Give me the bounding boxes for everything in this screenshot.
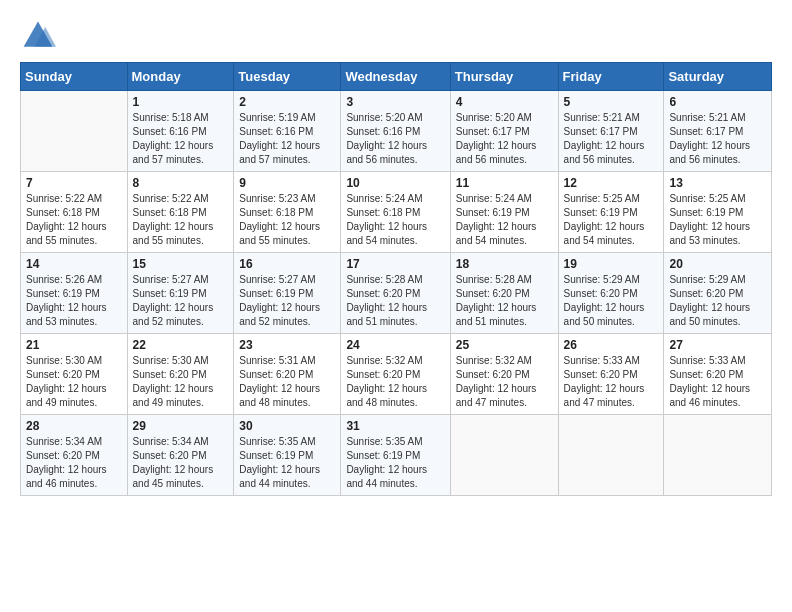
day-cell: 23Sunrise: 5:31 AM Sunset: 6:20 PM Dayli… bbox=[234, 334, 341, 415]
day-cell: 2Sunrise: 5:19 AM Sunset: 6:16 PM Daylig… bbox=[234, 91, 341, 172]
day-cell: 16Sunrise: 5:27 AM Sunset: 6:19 PM Dayli… bbox=[234, 253, 341, 334]
header-cell-friday: Friday bbox=[558, 63, 664, 91]
day-cell: 11Sunrise: 5:24 AM Sunset: 6:19 PM Dayli… bbox=[450, 172, 558, 253]
day-info: Sunrise: 5:23 AM Sunset: 6:18 PM Dayligh… bbox=[239, 192, 335, 248]
day-cell: 22Sunrise: 5:30 AM Sunset: 6:20 PM Dayli… bbox=[127, 334, 234, 415]
day-number: 26 bbox=[564, 338, 659, 352]
calendar-table: SundayMondayTuesdayWednesdayThursdayFrid… bbox=[20, 62, 772, 496]
day-number: 23 bbox=[239, 338, 335, 352]
header-cell-tuesday: Tuesday bbox=[234, 63, 341, 91]
day-number: 25 bbox=[456, 338, 553, 352]
day-cell bbox=[664, 415, 772, 496]
week-row-1: 7Sunrise: 5:22 AM Sunset: 6:18 PM Daylig… bbox=[21, 172, 772, 253]
day-cell: 5Sunrise: 5:21 AM Sunset: 6:17 PM Daylig… bbox=[558, 91, 664, 172]
day-cell: 28Sunrise: 5:34 AM Sunset: 6:20 PM Dayli… bbox=[21, 415, 128, 496]
day-cell: 4Sunrise: 5:20 AM Sunset: 6:17 PM Daylig… bbox=[450, 91, 558, 172]
header-cell-sunday: Sunday bbox=[21, 63, 128, 91]
day-number: 3 bbox=[346, 95, 444, 109]
day-number: 9 bbox=[239, 176, 335, 190]
day-cell: 9Sunrise: 5:23 AM Sunset: 6:18 PM Daylig… bbox=[234, 172, 341, 253]
day-cell: 17Sunrise: 5:28 AM Sunset: 6:20 PM Dayli… bbox=[341, 253, 450, 334]
header-row: SundayMondayTuesdayWednesdayThursdayFrid… bbox=[21, 63, 772, 91]
calendar-body: 1Sunrise: 5:18 AM Sunset: 6:16 PM Daylig… bbox=[21, 91, 772, 496]
day-number: 30 bbox=[239, 419, 335, 433]
day-number: 27 bbox=[669, 338, 766, 352]
day-number: 18 bbox=[456, 257, 553, 271]
day-info: Sunrise: 5:30 AM Sunset: 6:20 PM Dayligh… bbox=[133, 354, 229, 410]
day-number: 7 bbox=[26, 176, 122, 190]
day-cell bbox=[558, 415, 664, 496]
day-info: Sunrise: 5:33 AM Sunset: 6:20 PM Dayligh… bbox=[564, 354, 659, 410]
day-cell: 31Sunrise: 5:35 AM Sunset: 6:19 PM Dayli… bbox=[341, 415, 450, 496]
day-number: 29 bbox=[133, 419, 229, 433]
header-cell-saturday: Saturday bbox=[664, 63, 772, 91]
day-number: 19 bbox=[564, 257, 659, 271]
day-info: Sunrise: 5:34 AM Sunset: 6:20 PM Dayligh… bbox=[26, 435, 122, 491]
day-info: Sunrise: 5:21 AM Sunset: 6:17 PM Dayligh… bbox=[564, 111, 659, 167]
calendar-header: SundayMondayTuesdayWednesdayThursdayFrid… bbox=[21, 63, 772, 91]
day-cell: 20Sunrise: 5:29 AM Sunset: 6:20 PM Dayli… bbox=[664, 253, 772, 334]
day-info: Sunrise: 5:30 AM Sunset: 6:20 PM Dayligh… bbox=[26, 354, 122, 410]
day-number: 31 bbox=[346, 419, 444, 433]
day-info: Sunrise: 5:24 AM Sunset: 6:19 PM Dayligh… bbox=[456, 192, 553, 248]
day-info: Sunrise: 5:27 AM Sunset: 6:19 PM Dayligh… bbox=[239, 273, 335, 329]
day-info: Sunrise: 5:20 AM Sunset: 6:16 PM Dayligh… bbox=[346, 111, 444, 167]
day-info: Sunrise: 5:24 AM Sunset: 6:18 PM Dayligh… bbox=[346, 192, 444, 248]
day-cell: 7Sunrise: 5:22 AM Sunset: 6:18 PM Daylig… bbox=[21, 172, 128, 253]
day-number: 22 bbox=[133, 338, 229, 352]
day-info: Sunrise: 5:35 AM Sunset: 6:19 PM Dayligh… bbox=[239, 435, 335, 491]
day-cell bbox=[21, 91, 128, 172]
day-number: 15 bbox=[133, 257, 229, 271]
day-cell: 8Sunrise: 5:22 AM Sunset: 6:18 PM Daylig… bbox=[127, 172, 234, 253]
day-info: Sunrise: 5:33 AM Sunset: 6:20 PM Dayligh… bbox=[669, 354, 766, 410]
day-number: 21 bbox=[26, 338, 122, 352]
day-info: Sunrise: 5:29 AM Sunset: 6:20 PM Dayligh… bbox=[669, 273, 766, 329]
day-info: Sunrise: 5:27 AM Sunset: 6:19 PM Dayligh… bbox=[133, 273, 229, 329]
day-number: 28 bbox=[26, 419, 122, 433]
week-row-2: 14Sunrise: 5:26 AM Sunset: 6:19 PM Dayli… bbox=[21, 253, 772, 334]
day-number: 13 bbox=[669, 176, 766, 190]
header bbox=[20, 18, 772, 54]
day-info: Sunrise: 5:22 AM Sunset: 6:18 PM Dayligh… bbox=[133, 192, 229, 248]
logo-icon bbox=[20, 18, 56, 54]
day-cell: 24Sunrise: 5:32 AM Sunset: 6:20 PM Dayli… bbox=[341, 334, 450, 415]
week-row-3: 21Sunrise: 5:30 AM Sunset: 6:20 PM Dayli… bbox=[21, 334, 772, 415]
page-container: SundayMondayTuesdayWednesdayThursdayFrid… bbox=[0, 0, 792, 506]
day-cell: 27Sunrise: 5:33 AM Sunset: 6:20 PM Dayli… bbox=[664, 334, 772, 415]
week-row-0: 1Sunrise: 5:18 AM Sunset: 6:16 PM Daylig… bbox=[21, 91, 772, 172]
day-info: Sunrise: 5:32 AM Sunset: 6:20 PM Dayligh… bbox=[346, 354, 444, 410]
day-info: Sunrise: 5:28 AM Sunset: 6:20 PM Dayligh… bbox=[456, 273, 553, 329]
day-info: Sunrise: 5:26 AM Sunset: 6:19 PM Dayligh… bbox=[26, 273, 122, 329]
header-cell-wednesday: Wednesday bbox=[341, 63, 450, 91]
day-number: 14 bbox=[26, 257, 122, 271]
day-number: 10 bbox=[346, 176, 444, 190]
day-number: 20 bbox=[669, 257, 766, 271]
day-cell: 12Sunrise: 5:25 AM Sunset: 6:19 PM Dayli… bbox=[558, 172, 664, 253]
day-number: 17 bbox=[346, 257, 444, 271]
day-info: Sunrise: 5:18 AM Sunset: 6:16 PM Dayligh… bbox=[133, 111, 229, 167]
day-number: 4 bbox=[456, 95, 553, 109]
day-cell: 29Sunrise: 5:34 AM Sunset: 6:20 PM Dayli… bbox=[127, 415, 234, 496]
day-number: 6 bbox=[669, 95, 766, 109]
day-info: Sunrise: 5:35 AM Sunset: 6:19 PM Dayligh… bbox=[346, 435, 444, 491]
day-cell: 30Sunrise: 5:35 AM Sunset: 6:19 PM Dayli… bbox=[234, 415, 341, 496]
week-row-4: 28Sunrise: 5:34 AM Sunset: 6:20 PM Dayli… bbox=[21, 415, 772, 496]
day-info: Sunrise: 5:25 AM Sunset: 6:19 PM Dayligh… bbox=[564, 192, 659, 248]
day-cell: 14Sunrise: 5:26 AM Sunset: 6:19 PM Dayli… bbox=[21, 253, 128, 334]
day-info: Sunrise: 5:34 AM Sunset: 6:20 PM Dayligh… bbox=[133, 435, 229, 491]
day-info: Sunrise: 5:19 AM Sunset: 6:16 PM Dayligh… bbox=[239, 111, 335, 167]
day-info: Sunrise: 5:28 AM Sunset: 6:20 PM Dayligh… bbox=[346, 273, 444, 329]
day-number: 11 bbox=[456, 176, 553, 190]
logo bbox=[20, 18, 58, 54]
day-cell: 1Sunrise: 5:18 AM Sunset: 6:16 PM Daylig… bbox=[127, 91, 234, 172]
day-cell: 25Sunrise: 5:32 AM Sunset: 6:20 PM Dayli… bbox=[450, 334, 558, 415]
day-number: 1 bbox=[133, 95, 229, 109]
day-info: Sunrise: 5:22 AM Sunset: 6:18 PM Dayligh… bbox=[26, 192, 122, 248]
day-cell: 13Sunrise: 5:25 AM Sunset: 6:19 PM Dayli… bbox=[664, 172, 772, 253]
day-cell: 18Sunrise: 5:28 AM Sunset: 6:20 PM Dayli… bbox=[450, 253, 558, 334]
day-info: Sunrise: 5:25 AM Sunset: 6:19 PM Dayligh… bbox=[669, 192, 766, 248]
day-cell: 10Sunrise: 5:24 AM Sunset: 6:18 PM Dayli… bbox=[341, 172, 450, 253]
day-cell bbox=[450, 415, 558, 496]
day-cell: 21Sunrise: 5:30 AM Sunset: 6:20 PM Dayli… bbox=[21, 334, 128, 415]
header-cell-thursday: Thursday bbox=[450, 63, 558, 91]
